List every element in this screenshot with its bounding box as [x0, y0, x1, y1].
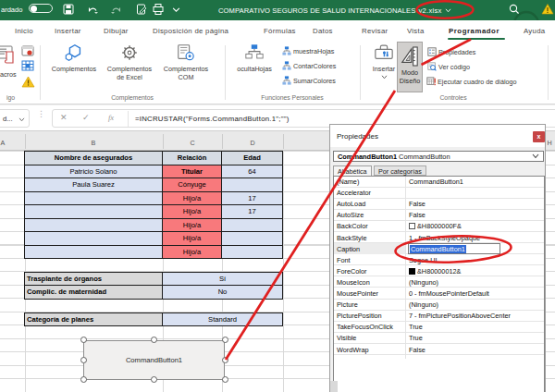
cell-age[interactable]: 17	[222, 191, 283, 205]
cell-age[interactable]	[222, 245, 283, 259]
cell-age[interactable]	[222, 232, 283, 246]
complementos-de-excel-button[interactable]: Complementosde Excel	[100, 43, 159, 81]
selection-handle[interactable]	[80, 376, 87, 383]
tab-ayuda[interactable]: Ayuda	[524, 27, 545, 35]
property-row[interactable]: MousePointer0 - fmMousePointerDefault	[334, 288, 544, 300]
cell-age[interactable]: 64	[222, 165, 283, 178]
cell-info-value[interactable]: No	[163, 286, 283, 300]
properties-panel-titlebar[interactable]: Propiedades	[330, 125, 545, 147]
property-row[interactable]: FontSegoe UI	[334, 254, 544, 265]
printer-icon[interactable]	[152, 3, 165, 16]
cell-info-value[interactable]: Sí	[163, 272, 283, 286]
autosave-toggle[interactable]	[29, 4, 53, 13]
property-row[interactable]: Picture(Ninguno)	[334, 300, 544, 311]
ver-codigo-button[interactable]: Ver código	[427, 62, 470, 71]
cell-header-edad[interactable]: Edad	[222, 152, 283, 165]
column-separator[interactable]	[283, 134, 284, 149]
column-header-b[interactable]: B	[92, 139, 96, 147]
cell-age[interactable]: 17	[222, 205, 283, 219]
document-filename[interactable]: v2.xlsx	[418, 6, 441, 15]
redo-icon[interactable]	[110, 3, 123, 16]
propiedades-button[interactable]: Propiedades	[427, 47, 475, 56]
property-row[interactable]: BackStyle1 - fmBackStyleOpaque	[334, 232, 544, 243]
selection-handle[interactable]	[80, 357, 87, 363]
column-separator[interactable]	[222, 134, 223, 149]
undo-icon[interactable]	[86, 3, 99, 16]
relative-references-icon[interactable]	[21, 60, 34, 72]
command-button-shape[interactable]: CommandButton1	[83, 340, 225, 380]
selection-handle[interactable]	[222, 376, 228, 383]
name-box[interactable]: d...	[0, 109, 30, 128]
column-header-a[interactable]: A	[1, 139, 6, 147]
contarcolores-button[interactable]: ContarColores	[282, 61, 336, 70]
property-row[interactable]: Accelerator	[334, 188, 544, 199]
cell-relation[interactable]: Hijo/a	[163, 218, 222, 232]
tab-datos[interactable]: Datos	[313, 27, 333, 35]
tab-dibujar[interactable]: Dibujar	[104, 27, 129, 35]
cell-relation[interactable]: Hijo/a	[163, 191, 222, 205]
cell-category-value[interactable]: Standard	[163, 312, 283, 326]
column-header-d[interactable]: D	[250, 139, 254, 147]
cell-relation[interactable]: Hijo/a	[163, 205, 222, 219]
cell-name[interactable]	[25, 191, 163, 205]
tab-insertar[interactable]: Insertar	[55, 27, 81, 35]
toolbar-more-icon[interactable]	[172, 6, 180, 14]
ejecutar-cuadro-button[interactable]: Ejecutar cuadro de diálogo	[426, 77, 517, 86]
tab-programador[interactable]: Programador	[449, 27, 500, 35]
pen-mode-icon[interactable]	[135, 3, 148, 16]
cell-relation[interactable]: Titular	[163, 165, 222, 178]
macros-label[interactable]: acros	[0, 70, 17, 79]
cell-name[interactable]	[25, 245, 163, 259]
insert-function-icon[interactable]: fx	[108, 113, 114, 122]
property-row[interactable]: AutoLoadFalse	[334, 199, 544, 210]
tab-inicio[interactable]: Inicio	[15, 27, 33, 35]
tab-alfabetica[interactable]: Alfabética	[333, 165, 372, 177]
property-row[interactable]: WordWrapFalse	[334, 344, 544, 355]
selection-handle[interactable]	[222, 337, 228, 343]
macros-icon[interactable]	[0, 44, 17, 67]
property-row[interactable]: PicturePosition7 - fmPicturePositionAbov…	[334, 311, 544, 322]
cell-info-label[interactable]: Trasplante de órganos	[25, 272, 163, 286]
property-row[interactable]: MouseIcon(Ninguno)	[334, 276, 544, 288]
ocultahojas-button[interactable]: ocultaHojas	[228, 43, 280, 73]
selection-handle[interactable]	[222, 357, 228, 363]
formula-bar-grip[interactable]: ⋮	[37, 109, 45, 118]
tab-por-categorias[interactable]: Por categorías	[374, 165, 426, 177]
property-row[interactable]: ForeColor &H80000012&	[334, 265, 544, 276]
cell-info-label[interactable]: Complic. de maternidad	[25, 286, 163, 300]
macro-security-icon[interactable]	[21, 76, 35, 88]
property-row[interactable]: TakeFocusOnClickTrue	[334, 322, 544, 333]
property-row[interactable]: VisibleTrue	[334, 333, 544, 344]
cell-name[interactable]	[25, 218, 163, 232]
column-separator[interactable]	[163, 134, 164, 149]
tab-formulas[interactable]: Fórmulas	[264, 27, 296, 35]
selection-handle[interactable]	[80, 337, 87, 343]
complementos-com-button[interactable]: ComplementosCOM	[157, 43, 215, 81]
record-macro-icon[interactable]	[21, 45, 34, 57]
cell-name[interactable]: Paula Suarez	[25, 178, 163, 192]
column-header-h[interactable]: H	[547, 139, 551, 147]
tab-vista[interactable]: Vista	[407, 27, 425, 35]
cell-relation[interactable]: Hijo/a	[163, 245, 222, 259]
cell-age[interactable]	[222, 218, 283, 232]
muestrahojas-button[interactable]: muestraHojas	[282, 46, 334, 55]
account-avatar[interactable]	[511, 9, 544, 20]
cell-relation[interactable]: Hijo/a	[163, 232, 222, 246]
cell-category-label[interactable]: Categoría de planes	[25, 312, 163, 326]
name-box-chevron[interactable]	[18, 117, 25, 122]
selection-handle[interactable]	[151, 337, 157, 343]
property-row[interactable]: (Name)CommandButton1	[334, 177, 544, 188]
cell-header-nombre[interactable]: Nombre de asegurados	[25, 152, 163, 165]
sumarcolores-button[interactable]: SumarColores	[282, 76, 336, 85]
confirm-entry-icon[interactable]: ✓	[82, 113, 90, 122]
tab-disposicion[interactable]: Disposición de página	[153, 27, 228, 35]
column-header-c[interactable]: C	[190, 139, 194, 147]
cell-relation[interactable]: Cónyuge	[163, 178, 222, 192]
title-chevron-icon[interactable]	[445, 8, 451, 13]
property-row[interactable]: AutoSizeFalse	[334, 210, 544, 221]
cell-name[interactable]: Patricio Solano	[25, 165, 163, 178]
cell-header-relacion[interactable]: Relación	[163, 152, 222, 165]
selection-handle[interactable]	[151, 376, 157, 383]
property-row-caption[interactable]: Caption CommandButton1	[334, 243, 544, 254]
cancel-entry-icon[interactable]: ✕	[60, 113, 68, 122]
